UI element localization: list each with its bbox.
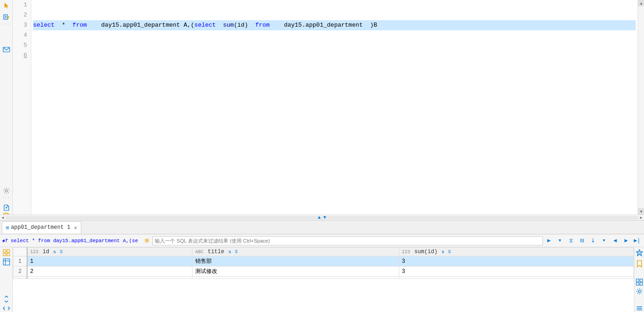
resize-horizontal-icon[interactable]: [2, 305, 11, 312]
row-2-id: 2: [27, 267, 192, 277]
grid2-icon[interactable]: [635, 278, 644, 286]
dots-icon2: ···: [2, 195, 11, 199]
code-line-3: select * from day15.app01_department A,(…: [33, 20, 636, 30]
grid-icon[interactable]: [2, 249, 11, 256]
code-line-4: [33, 30, 636, 40]
line-num-6: 6: [13, 51, 31, 61]
resize-vertical-icon[interactable]: [2, 295, 11, 303]
pin-icon[interactable]: [635, 249, 644, 256]
row-1-sumid: 3: [399, 256, 633, 267]
code-line-1: [33, 0, 636, 10]
svg-point-5: [5, 190, 7, 192]
cursor-icon[interactable]: [2, 2, 11, 9]
editor-scrollbar[interactable]: ▲ ▼: [638, 0, 644, 215]
filter-btn[interactable]: ⧖: [566, 236, 576, 246]
results-body: 123 id ⇅ ⧖ ABC title ⇅ ⧖ 123: [0, 247, 644, 312]
svg-rect-22: [640, 283, 643, 285]
results-right-toolbar: [634, 247, 644, 312]
results-query-text: select * from day15.app01_department A,(…: [11, 238, 138, 244]
query-prefix-icon: ◈T: [2, 238, 8, 244]
row-empty-title: [192, 277, 399, 279]
export-dropdown-btn[interactable]: ▼: [599, 236, 609, 246]
row-1-title: 销售部: [192, 256, 399, 267]
col-header-sumid[interactable]: 123 sum(id) ⇅ ⧖: [399, 248, 633, 256]
sumid-type-label: 123: [402, 250, 410, 255]
nav-prev-btn[interactable]: ◀: [610, 236, 620, 246]
editor-h-scrollbar[interactable]: ◀ ▶ ▲ ▼: [0, 215, 644, 220]
expand-query-btn[interactable]: ⊞: [141, 236, 152, 246]
data-table: 123 id ⇅ ⧖ ABC title ⇅ ⧖ 123: [13, 247, 634, 279]
edit-icon[interactable]: [2, 14, 11, 21]
scroll-track[interactable]: [638, 6, 644, 208]
svg-rect-8: [5, 213, 7, 215]
run-btn[interactable]: ▶: [544, 236, 554, 246]
table-header-row: 123 id ⇅ ⧖ ABC title ⇅ ⧖ 123: [13, 248, 634, 256]
table-icon[interactable]: [2, 258, 11, 266]
line-num-4: 4: [13, 30, 31, 40]
export-btn[interactable]: ⤓: [588, 236, 598, 246]
svg-point-23: [638, 290, 640, 293]
left-toolbar: ··· ···: [0, 0, 13, 215]
results-filter-input[interactable]: [153, 236, 543, 245]
save-icon[interactable]: [2, 212, 11, 215]
svg-rect-14: [3, 253, 6, 256]
results-tab[interactable]: ⊞ app01_department 1 ✕: [2, 221, 81, 233]
svg-rect-12: [3, 250, 6, 252]
row-num-header: [13, 248, 27, 256]
scroll-right-arrow[interactable]: ▶: [638, 215, 644, 221]
col-header-title[interactable]: ABC title ⇅ ⧖: [192, 248, 399, 256]
table-row[interactable]: 1 1 销售部 3: [13, 256, 634, 267]
col-header-id[interactable]: 123 id ⇅ ⧖: [27, 248, 192, 256]
tab-db-icon: ⊞: [6, 225, 9, 231]
row-empty-id: [27, 277, 192, 279]
bookmark-icon[interactable]: [635, 260, 644, 267]
mail-icon[interactable]: [2, 45, 11, 53]
title-type-label: ABC: [195, 250, 203, 255]
row-num-2: 2: [13, 267, 27, 277]
line-num-5: 5: [13, 40, 31, 51]
code-line-6: [33, 51, 636, 61]
sumid-col-label: sum(id): [414, 249, 437, 255]
scroll-left-arrow[interactable]: ◀: [0, 215, 6, 221]
settings2-icon[interactable]: [635, 288, 644, 295]
sumid-sort-icon[interactable]: ⇅: [442, 250, 445, 255]
code-line-5: [33, 40, 636, 51]
column-btn[interactable]: ⊟: [577, 236, 587, 246]
sumid-filter-icon[interactable]: ⧖: [448, 250, 451, 255]
more-icon[interactable]: [635, 305, 644, 312]
table-row[interactable]: 2 2 测试修改 3: [13, 267, 634, 277]
gear-icon[interactable]: [2, 187, 11, 194]
line-num-2: 2: [13, 10, 31, 20]
tab-close-btn[interactable]: ✕: [74, 225, 77, 231]
file-new-icon[interactable]: [2, 204, 11, 211]
id-col-label: id: [43, 249, 49, 255]
line-num-1: 1: [13, 0, 31, 10]
collapse-down-icon[interactable]: ▼: [323, 215, 326, 220]
row-num-empty: [13, 277, 27, 279]
scroll-up-arrow[interactable]: ▲: [638, 0, 644, 6]
nav-last-btn[interactable]: ▶|: [632, 236, 642, 246]
title-filter-icon[interactable]: ⧖: [235, 250, 238, 255]
row-1-id: 1: [27, 256, 192, 267]
collapse-up-icon[interactable]: ▲: [318, 215, 321, 220]
line-numbers: 1 2 3 4 5 6: [13, 0, 31, 215]
nav-next-btn[interactable]: ▶: [621, 236, 631, 246]
row-2-title: 测试修改: [192, 267, 399, 277]
results-left-toolbar: [0, 247, 13, 312]
dots-icon1: ···: [2, 22, 11, 26]
svg-rect-19: [636, 279, 639, 282]
svg-rect-13: [7, 250, 10, 252]
run-dropdown-btn[interactable]: ▼: [555, 236, 565, 246]
svg-rect-21: [636, 283, 639, 285]
code-editor[interactable]: 1 2 3 4 5 6 select * from day15.app01_de…: [13, 0, 638, 215]
data-table-container[interactable]: 123 id ⇅ ⧖ ABC title ⇅ ⧖ 123: [13, 247, 634, 312]
id-sort-icon[interactable]: ⇅: [53, 250, 56, 255]
id-filter-icon[interactable]: ⧖: [60, 250, 63, 255]
title-sort-icon[interactable]: ⇅: [228, 250, 231, 255]
code-content[interactable]: select * from day15.app01_department A,(…: [31, 0, 638, 215]
svg-rect-15: [7, 253, 10, 256]
row-2-sumid: 3: [399, 267, 633, 277]
row-num-1: 1: [13, 256, 27, 267]
table-row: [13, 277, 634, 279]
scroll-down-arrow[interactable]: ▼: [638, 208, 644, 215]
